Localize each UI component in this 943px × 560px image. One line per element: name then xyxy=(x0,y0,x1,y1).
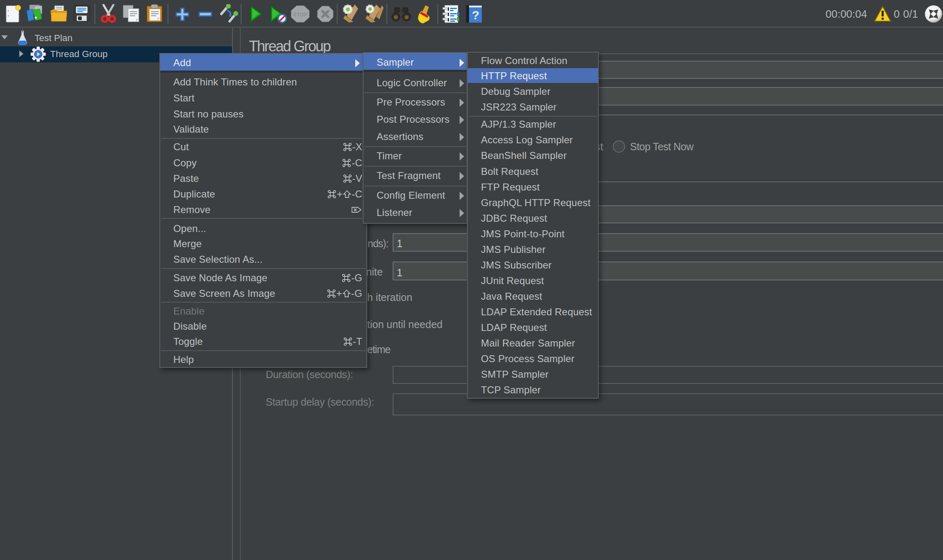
svg-text:?: ? xyxy=(472,8,479,22)
svg-text:STOP: STOP xyxy=(293,11,307,18)
